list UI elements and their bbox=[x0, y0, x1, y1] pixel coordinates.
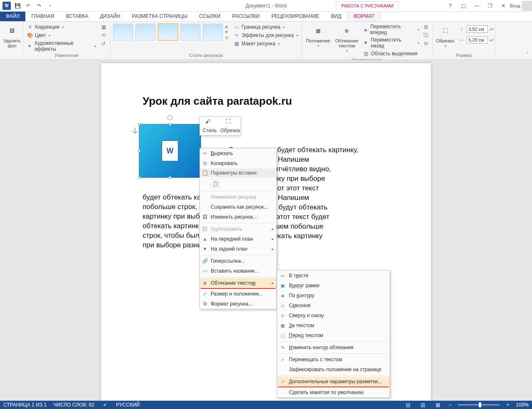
wrap-text-submenu: ▭В тексте ▣Вокруг рамки ◈По контуру ◇Скв… bbox=[277, 270, 390, 398]
ctx-cut[interactable]: ✂Вырезать bbox=[200, 148, 276, 158]
sub-behind[interactable]: ▩За текстом bbox=[277, 320, 389, 330]
picture-layout-button[interactable]: ▦Макет рисунка▾ bbox=[232, 40, 299, 47]
user-avatar[interactable] bbox=[522, 1, 532, 11]
ctx-insert-caption[interactable]: ▭Вставить название... bbox=[200, 266, 276, 276]
inline-icon: ▭ bbox=[279, 272, 286, 279]
ctx-paste-option[interactable]: 📋 bbox=[200, 177, 276, 190]
picture-border-button[interactable]: ▭Граница рисунка▾ bbox=[232, 23, 299, 31]
tight-icon: ◈ bbox=[279, 292, 286, 299]
picture-effects-button[interactable]: ✧Эффекты для рисунка▾ bbox=[232, 32, 299, 39]
align-icon[interactable]: ⊞ bbox=[422, 23, 430, 31]
read-mode-view-icon[interactable]: ▥ bbox=[419, 402, 427, 408]
close-icon[interactable]: ✕ bbox=[497, 1, 510, 11]
ctx-save-as-picture[interactable]: Сохранить как рисунок... bbox=[200, 202, 276, 212]
resize-handle[interactable] bbox=[138, 123, 140, 126]
sub-more-layout-options[interactable]: ⤢Дополнительные параметры разметки... bbox=[277, 377, 389, 387]
web-layout-view-icon[interactable]: ▦ bbox=[433, 402, 442, 408]
word-count[interactable]: ЧИСЛО СЛОВ: 82 bbox=[53, 402, 94, 408]
sub-fix-position[interactable]: Зафиксировать положение на странице bbox=[277, 365, 389, 375]
rotation-handle[interactable] bbox=[167, 115, 172, 120]
bring-forward-button[interactable]: ▲Переместить вперед▾ bbox=[362, 23, 420, 36]
ctx-wrap-text[interactable]: ≣Обтекание текстом▸ bbox=[200, 278, 276, 288]
tab-page-layout[interactable]: РАЗМЕТКА СТРАНИЦЫ bbox=[126, 11, 194, 21]
redo-icon[interactable]: ↷ bbox=[34, 1, 44, 11]
collapse-ribbon-icon[interactable]: ⌃ bbox=[525, 51, 530, 57]
tab-review[interactable]: РЕЦЕНЗИРОВАНИЕ bbox=[266, 11, 325, 21]
selected-picture[interactable]: ⚓ W bbox=[139, 124, 201, 178]
front-icon: ▲ bbox=[202, 236, 208, 242]
tab-home[interactable]: ГЛАВНАЯ bbox=[25, 11, 60, 21]
ctx-send-to-back[interactable]: ▼На задний план▸ bbox=[200, 244, 276, 254]
zoom-level[interactable]: 100% bbox=[516, 402, 529, 408]
tab-mailings[interactable]: РАССЫЛКИ bbox=[227, 11, 266, 21]
tab-file[interactable]: ФАЙЛ bbox=[0, 11, 25, 21]
ctx-format-picture[interactable]: ⚙Формат рисунка... bbox=[200, 299, 276, 309]
minimize-icon[interactable]: — bbox=[470, 1, 483, 11]
resize-handle[interactable] bbox=[138, 176, 140, 179]
rotate-icon[interactable]: ⟳ bbox=[422, 40, 430, 47]
tab-design[interactable]: ДИЗАЙН bbox=[94, 11, 126, 21]
page-indicator[interactable]: СТРАНИЦА 1 ИЗ 1 bbox=[3, 402, 47, 408]
width-icon: ↔ bbox=[458, 37, 465, 43]
tab-format[interactable]: ФОРМАТ bbox=[347, 11, 381, 21]
width-input[interactable] bbox=[466, 36, 488, 44]
remove-background-button[interactable]: 🖼Удалить фон bbox=[2, 23, 22, 49]
back-icon: ▼ bbox=[202, 246, 208, 252]
ctx-bring-to-front[interactable]: ▲На передний план▸ bbox=[200, 234, 276, 244]
resize-handle[interactable] bbox=[169, 176, 171, 179]
send-backward-button[interactable]: ▼Переместить назад▾ bbox=[362, 37, 420, 49]
ctx-copy[interactable]: ⧉Копировать bbox=[200, 158, 276, 168]
resize-handle[interactable] bbox=[169, 123, 171, 126]
color-button[interactable]: 🎨Цвет▾ bbox=[26, 32, 97, 39]
save-icon[interactable]: 💾 bbox=[12, 1, 22, 11]
behind-icon: ▩ bbox=[279, 322, 286, 329]
spell-check-icon[interactable]: ✔ bbox=[101, 402, 109, 408]
sub-set-default[interactable]: Сделать макетом по умолчанию bbox=[277, 387, 389, 397]
sub-tight[interactable]: ◈По контуру bbox=[277, 291, 389, 301]
height-input[interactable] bbox=[466, 25, 488, 33]
ribbon-display-icon[interactable]: ▢ bbox=[457, 1, 470, 11]
tab-view[interactable]: ВИД bbox=[325, 11, 347, 21]
ctx-size-position[interactable]: ⤢Размер и положение... bbox=[200, 289, 276, 299]
position-button[interactable]: ▦Положение▾ bbox=[304, 23, 332, 49]
paste-icon: 📋 bbox=[202, 170, 208, 176]
sub-edit-wrap-points[interactable]: ✎Изменить контур обтекания bbox=[277, 342, 389, 352]
selection-pane-button[interactable]: ▥Область выделения bbox=[362, 50, 420, 57]
compress-pictures-icon[interactable]: ▦ bbox=[99, 23, 108, 31]
mini-crop-button[interactable]: ⛶Обрезка bbox=[219, 117, 241, 135]
tab-insert[interactable]: ВСТАВКА bbox=[60, 11, 94, 21]
sub-inline[interactable]: ▭В тексте bbox=[277, 271, 389, 281]
reset-picture-icon[interactable]: ↺ bbox=[99, 40, 108, 47]
ctx-hyperlink[interactable]: 🔗Гиперссылка... bbox=[200, 256, 276, 266]
square-icon: ▣ bbox=[279, 282, 286, 289]
sub-top-bottom[interactable]: ≡Сверху и снизу bbox=[277, 310, 389, 320]
sub-move-with-text[interactable]: ✓Перемещать с текстом bbox=[277, 355, 389, 365]
group-objects-icon[interactable]: ⿻ bbox=[422, 32, 430, 39]
group-size-label: Размер bbox=[436, 53, 493, 59]
picture-styles-gallery[interactable]: ▴▾≡ bbox=[113, 23, 228, 41]
crop-button[interactable]: ⛶Обрезка▾ bbox=[436, 23, 455, 49]
sub-square[interactable]: ▣Вокруг рамки bbox=[277, 281, 389, 291]
zoom-out-button[interactable]: − bbox=[448, 402, 451, 408]
resize-handle[interactable] bbox=[138, 150, 140, 152]
zoom-in-button[interactable]: + bbox=[506, 402, 509, 408]
ctx-edit-picture[interactable]: 🖼Изменить рисунок... bbox=[200, 212, 276, 222]
qat-dropdown-icon[interactable]: ▾ bbox=[45, 1, 55, 11]
restore-icon[interactable]: ❐ bbox=[483, 1, 497, 11]
language-indicator[interactable]: РУССКИЙ bbox=[116, 402, 140, 408]
group-adjust-label: Изменение bbox=[26, 53, 108, 59]
tab-references[interactable]: ССЫЛКИ bbox=[193, 11, 226, 21]
help-icon[interactable]: ? bbox=[443, 1, 457, 11]
undo-icon[interactable]: ↶ bbox=[23, 1, 33, 11]
artistic-effects-button[interactable]: ✦Художественные эффекты▾ bbox=[26, 40, 97, 52]
wrap-text-button[interactable]: ≣Обтекание текстом▾ bbox=[333, 23, 360, 54]
corrections-button[interactable]: ☀Коррекция▾ bbox=[26, 23, 97, 31]
zoom-slider[interactable] bbox=[458, 404, 500, 406]
print-layout-view-icon[interactable]: ▤ bbox=[404, 402, 412, 408]
mini-style-button[interactable]: 🖌Стиль bbox=[200, 117, 219, 135]
sub-front[interactable]: ▢Перед текстом bbox=[277, 330, 389, 340]
sub-through[interactable]: ◇Сквозное bbox=[277, 301, 389, 310]
sign-in-link[interactable]: Вход bbox=[510, 3, 520, 8]
word-app-icon[interactable]: W bbox=[2, 1, 12, 11]
change-picture-icon[interactable]: ⟲ bbox=[99, 32, 108, 39]
